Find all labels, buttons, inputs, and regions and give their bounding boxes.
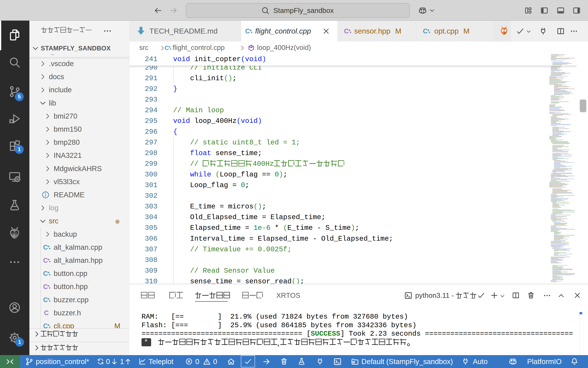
svg-text:C: C	[43, 283, 48, 290]
svg-text:C: C	[423, 28, 428, 35]
svg-text:C: C	[43, 270, 48, 277]
svg-text:C: C	[43, 296, 48, 304]
svg-text:C: C	[344, 28, 349, 35]
svg-text:C: C	[245, 28, 250, 35]
svg-text:C: C	[165, 44, 169, 51]
svg-text:C: C	[44, 309, 49, 317]
svg-text:C: C	[43, 257, 48, 264]
svg-text:C: C	[43, 244, 48, 251]
